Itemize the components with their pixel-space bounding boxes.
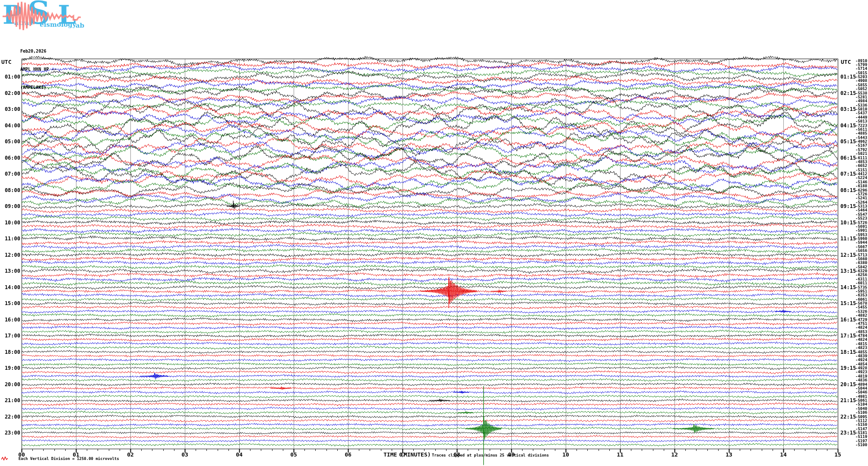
- utc-label-left: UTC: [1, 59, 11, 65]
- clip-note: Traces clipped at plus/minus 25 vertical…: [432, 453, 549, 457]
- x-axis-title: TIME (MINUTES): [383, 451, 431, 458]
- hour-label-left: 05:00: [1, 139, 20, 145]
- hour-label-right: 07:15: [840, 171, 856, 177]
- psl-logo: P S L atras eismology ab: [3, 0, 91, 34]
- hour-label-left: 04:00: [1, 123, 20, 129]
- header-date: Feb20,2026: [20, 48, 57, 54]
- x-tick-label: 05: [290, 451, 297, 458]
- x-tick-label: 15: [834, 451, 841, 458]
- hour-label-left: 09:00: [1, 203, 20, 209]
- hour-label-left: 20:00: [1, 381, 20, 387]
- x-tick-label: 10: [562, 451, 569, 458]
- hour-label-left: 18:00: [1, 349, 20, 355]
- hour-label-right: 20:15: [840, 381, 856, 387]
- hour-label-left: 11:00: [1, 236, 20, 242]
- scale-note: Each Vertical Division = 1250.00 microvo…: [19, 457, 119, 461]
- hour-label-right: 06:15: [840, 155, 856, 161]
- hour-label-left: 12:00: [1, 252, 20, 258]
- hour-label-left: 13:00: [1, 268, 20, 274]
- hour-label-left: 16:00: [1, 317, 20, 323]
- hour-label-left: 08:00: [1, 187, 20, 193]
- hour-label-right: 14:15: [840, 284, 856, 290]
- hour-label-right: 02:15: [840, 90, 856, 96]
- hour-label-left: 02:00: [1, 90, 20, 96]
- hour-label-left: 06:00: [1, 155, 20, 161]
- hour-label-right: 19:15: [840, 365, 856, 371]
- x-tick-label: 12: [671, 451, 678, 458]
- hour-label-right: 16:15: [840, 317, 856, 323]
- hour-label-left: 22:00: [1, 414, 20, 420]
- hour-label-left: 21:00: [1, 397, 20, 403]
- hour-label-left: 03:00: [1, 106, 20, 112]
- scale-note-row: Each Vertical Division = 1250.00 microvo…: [1, 457, 119, 465]
- hour-label-right: 04:15: [840, 123, 856, 129]
- hour-label-right: 17:15: [840, 333, 856, 339]
- hour-label-left: 23:00: [1, 430, 20, 436]
- hour-label-right: 15:15: [840, 300, 856, 306]
- hour-label-left: 15:00: [1, 300, 20, 306]
- hour-label-left: 17:00: [1, 333, 20, 339]
- logo-seismic-trace-icon: [3, 0, 89, 34]
- hour-label-left: 10:00: [1, 220, 20, 226]
- hour-label-right: 21:15: [840, 397, 856, 403]
- x-tick-label: 11: [617, 451, 624, 458]
- x-tick-label: 13: [725, 451, 732, 458]
- hour-label-right: 12:15: [840, 252, 856, 258]
- hour-label-right: 01:15: [840, 74, 856, 80]
- hour-label-right: 05:15: [840, 139, 856, 145]
- hour-label-right: 11:15: [840, 236, 856, 242]
- x-tick-label: 04: [236, 451, 243, 458]
- hour-label-right: 10:15: [840, 220, 856, 226]
- trace-offset-value: -5100: [855, 443, 867, 447]
- hour-label-left: 01:00: [1, 74, 20, 80]
- x-tick-label: 06: [345, 451, 352, 458]
- hour-label-right: 23:15: [840, 430, 856, 436]
- header-block: Feb20,2026 AMPL HHN HP -- (AMPELAKI): [20, 36, 57, 97]
- header-station: (AMPELAKI): [20, 85, 57, 91]
- x-tick-label: 14: [780, 451, 787, 458]
- helicorder-canvas: [0, 0, 868, 466]
- hour-label-left: 19:00: [1, 365, 20, 371]
- header-channel: AMPL HHN HP --: [20, 66, 57, 72]
- hour-label-left: 07:00: [1, 171, 20, 177]
- utc-label-right: UTC: [841, 59, 851, 65]
- hour-label-right: 09:15: [840, 203, 856, 209]
- x-tick-label: 03: [181, 451, 188, 458]
- hour-label-right: 18:15: [840, 349, 856, 355]
- hour-label-right: 13:15: [840, 268, 856, 274]
- hour-label-right: 03:15: [840, 106, 856, 112]
- hour-label-right: 08:15: [840, 187, 856, 193]
- red-scale-marker-icon: [1, 457, 8, 461]
- hour-label-left: 14:00: [1, 284, 20, 290]
- hour-label-right: 22:15: [840, 414, 856, 420]
- x-tick-label: 02: [127, 451, 134, 458]
